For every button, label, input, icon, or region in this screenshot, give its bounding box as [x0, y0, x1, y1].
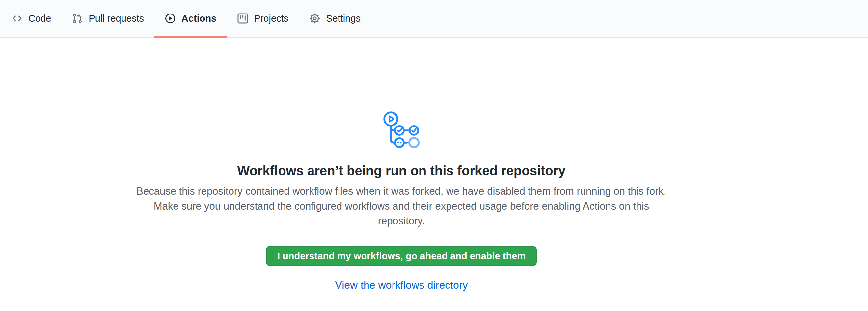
play-icon [165, 13, 176, 24]
git-pull-request-icon [72, 13, 83, 24]
tab-label: Projects [254, 14, 288, 23]
tab-label: Code [28, 14, 51, 23]
tab-settings[interactable]: Settings [299, 0, 371, 37]
view-workflows-directory-link[interactable]: View the workflows directory [335, 279, 468, 291]
actions-disabled-blankslate: Workflows aren’t being run on this forke… [0, 37, 803, 291]
workflow-graph-icon [383, 111, 420, 148]
description-text: Because this repository contained workfl… [133, 184, 670, 228]
enable-workflows-button[interactable]: I understand my workflows, go ahead and … [266, 246, 537, 266]
gear-icon [310, 13, 320, 24]
tab-code[interactable]: Code [1, 0, 62, 37]
tab-label: Pull requests [89, 14, 144, 23]
tab-label: Actions [181, 14, 216, 23]
tab-actions[interactable]: Actions [154, 0, 227, 37]
project-icon [238, 13, 248, 24]
page-title: Workflows aren’t being run on this forke… [237, 163, 565, 179]
tab-pull-requests[interactable]: Pull requests [62, 0, 154, 37]
code-icon [12, 13, 22, 24]
tab-projects[interactable]: Projects [227, 0, 299, 37]
repo-tab-nav: Code Pull requests Actions [0, 0, 868, 37]
tab-label: Settings [326, 14, 361, 23]
main-content: Workflows aren’t being run on this forke… [0, 37, 803, 291]
